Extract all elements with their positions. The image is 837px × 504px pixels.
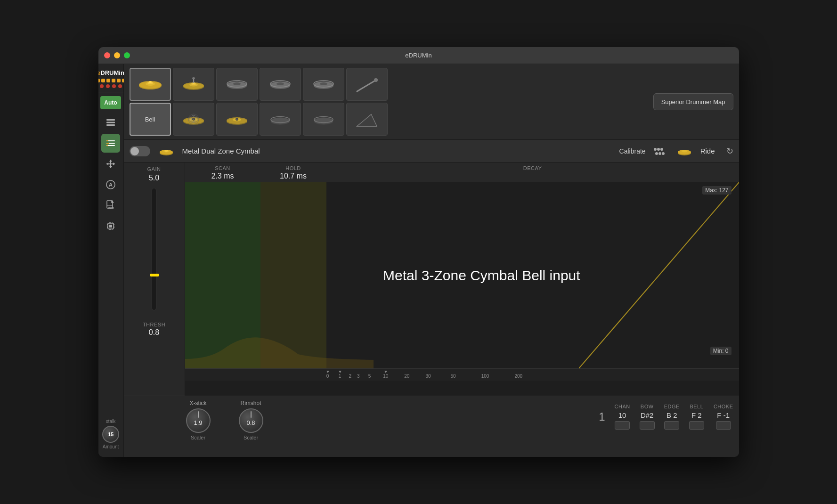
logo-dot-4 bbox=[112, 79, 115, 82]
cymbal-gold-icon bbox=[137, 73, 164, 96]
svg-marker-13 bbox=[106, 163, 108, 165]
window-title: eDRUMin bbox=[405, 52, 431, 59]
svg-point-49 bbox=[233, 82, 241, 85]
decay-label: DECAY bbox=[523, 165, 542, 171]
sidebar-item-a[interactable]: A bbox=[101, 175, 120, 194]
xtalk-amount-label: Amount bbox=[103, 444, 119, 449]
close-button[interactable] bbox=[104, 52, 110, 58]
logo-sdot-2 bbox=[106, 84, 110, 88]
pad-snare-2[interactable] bbox=[260, 68, 301, 101]
xstick-scaler-label: Scaler bbox=[191, 435, 205, 440]
sidebar-item-move[interactable] bbox=[101, 154, 120, 173]
scale-2: 2 bbox=[349, 374, 352, 379]
pad-drum-2[interactable] bbox=[303, 103, 344, 136]
logo-drum: DRUMin bbox=[100, 69, 124, 76]
hold-label: HOLD bbox=[285, 165, 301, 171]
main-content: eDRUMin Auto bbox=[98, 64, 739, 457]
scale-200: 200 bbox=[514, 374, 522, 379]
maximize-button[interactable] bbox=[124, 52, 130, 58]
auto-button[interactable]: Auto bbox=[100, 96, 121, 109]
scale-50: 50 bbox=[451, 374, 456, 379]
chan-value: 10 bbox=[618, 411, 626, 419]
svg-rect-0 bbox=[106, 119, 115, 121]
svg-point-53 bbox=[276, 82, 284, 85]
logo-sdot-4 bbox=[118, 84, 122, 88]
sidebar-item-list[interactable] bbox=[101, 113, 120, 132]
pad-wedge[interactable] bbox=[346, 103, 388, 136]
min-label: Min: 0 bbox=[710, 347, 731, 355]
chan-col: CHAN 10 bbox=[615, 404, 630, 430]
svg-point-38 bbox=[149, 81, 152, 83]
thresh-section: THRESH 0.8 bbox=[143, 322, 165, 337]
bell-midi-value: F 2 bbox=[691, 411, 702, 419]
calibrate-button[interactable]: Calibrate bbox=[619, 147, 646, 155]
svg-text:PDF: PDF bbox=[108, 207, 114, 210]
stick-icon bbox=[353, 73, 381, 96]
bow-btn[interactable] bbox=[640, 421, 655, 430]
scale-1: 1 bbox=[339, 374, 341, 379]
svg-point-57 bbox=[320, 82, 327, 85]
svg-point-64 bbox=[193, 119, 194, 120]
sidebar-item-lines[interactable] bbox=[101, 134, 120, 153]
waveform-main: SCAN 2.3 ms HOLD 10.7 ms DECAY bbox=[185, 163, 739, 396]
center-text: Metal 3-Zone Cymbal Bell input bbox=[383, 268, 580, 284]
choke-btn[interactable] bbox=[716, 421, 731, 430]
chip-icon bbox=[106, 221, 116, 231]
xtalk-knob[interactable]: 15 bbox=[102, 426, 119, 443]
window-controls bbox=[104, 52, 130, 58]
scan-value: 2.3 ms bbox=[211, 172, 234, 180]
snare-icon bbox=[223, 73, 251, 96]
chan-btn[interactable] bbox=[615, 421, 630, 430]
logo-dot-1 bbox=[98, 79, 100, 82]
pad-snare-1[interactable] bbox=[216, 68, 258, 101]
move-icon bbox=[106, 159, 116, 169]
list-icon bbox=[106, 117, 116, 128]
svg-rect-1 bbox=[106, 122, 115, 123]
svg-point-93 bbox=[682, 150, 687, 152]
pad-snare-3[interactable] bbox=[303, 68, 344, 101]
xstick-rimshot-row: X-stick 1.9 Scaler Rimshot 0.8 bbox=[186, 400, 263, 440]
pad-drum-1[interactable] bbox=[260, 103, 301, 136]
svg-rect-8 bbox=[106, 145, 108, 146]
hh-bottom-2-icon bbox=[223, 107, 251, 131]
edge-btn[interactable] bbox=[664, 421, 679, 430]
rimshot-knob[interactable]: 0.8 bbox=[239, 408, 263, 433]
sidebar-item-chip[interactable] bbox=[101, 217, 120, 236]
gain-col: GAIN 5.0 THRESH 0.8 bbox=[124, 163, 185, 396]
dots-icon bbox=[653, 146, 668, 157]
gain-slider-handle[interactable] bbox=[150, 274, 159, 276]
pad-hh-bottom-2[interactable] bbox=[216, 103, 258, 136]
sidebar-item-pdf[interactable]: PDF bbox=[101, 196, 120, 215]
svg-marker-12 bbox=[109, 166, 112, 168]
pad-hh-top[interactable] bbox=[173, 68, 214, 101]
rimshot-scaler-label: Scaler bbox=[244, 435, 258, 440]
scale-mark-3: 3 bbox=[357, 374, 360, 379]
pad-cymbal-gold[interactable] bbox=[130, 68, 171, 101]
pad-stick[interactable] bbox=[346, 68, 388, 101]
sidebar: eDRUMin Auto bbox=[98, 64, 124, 457]
scale-10: 10 bbox=[383, 374, 388, 379]
pad-bell[interactable]: Bell bbox=[130, 103, 171, 136]
rimshot-value: 0.8 bbox=[246, 419, 255, 426]
svg-point-86 bbox=[657, 148, 660, 151]
edge-col: EDGE B 2 bbox=[664, 404, 680, 430]
ride-label: Ride bbox=[700, 147, 715, 155]
minimize-button[interactable] bbox=[114, 52, 120, 58]
superior-drummer-button[interactable]: Superior Drummer Map bbox=[653, 93, 733, 110]
max-label: Max: 127 bbox=[702, 186, 731, 195]
scale-5: 5 bbox=[368, 374, 371, 379]
bell-col: BELL F 2 bbox=[689, 404, 704, 430]
svg-point-45 bbox=[192, 77, 195, 79]
pad-hh-bottom-1[interactable] bbox=[173, 103, 214, 136]
scale-30: 30 bbox=[425, 374, 431, 379]
toggle-switch[interactable] bbox=[130, 146, 150, 156]
logo-area: eDRUMin bbox=[98, 68, 123, 92]
ride-cymbal-icon bbox=[676, 143, 693, 160]
gain-slider[interactable] bbox=[152, 188, 156, 310]
full-row: GAIN 5.0 THRESH 0.8 bbox=[124, 163, 739, 396]
app-window: eDRUMin eDRUMin bbox=[98, 47, 739, 457]
xstick-knob[interactable]: 1.9 bbox=[186, 408, 211, 433]
refresh-button[interactable]: ↻ bbox=[726, 146, 733, 156]
gain-label: GAIN bbox=[147, 166, 161, 172]
bell-btn[interactable] bbox=[689, 421, 704, 430]
